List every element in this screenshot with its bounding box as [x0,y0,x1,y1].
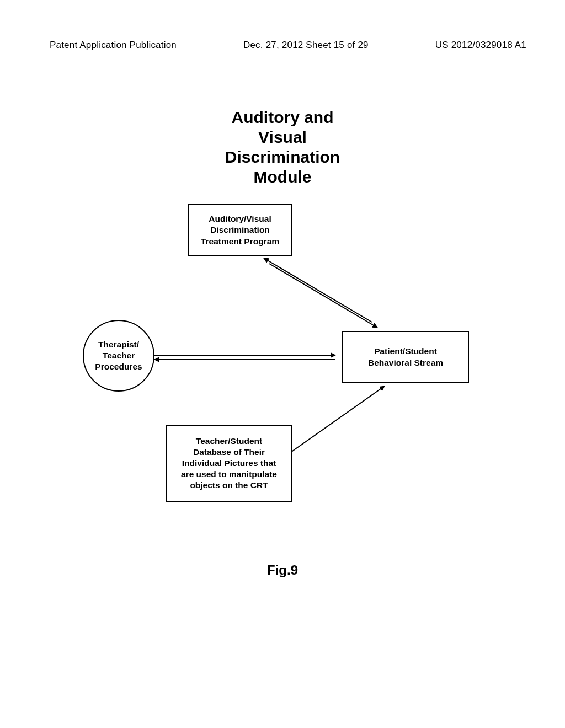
date-sheet-label: Dec. 27, 2012 Sheet 15 of 29 [243,40,369,51]
diagram: Auditory/Visual Discrimination Treatment… [0,204,565,546]
node-database-label: Teacher/Student Database of Their Indivi… [181,436,277,491]
publication-type-label: Patent Application Publication [50,40,177,51]
node-patient-stream: Patient/Student Behavioral Stream [342,331,469,383]
title-line-2: Visual [0,127,565,147]
page-header: Patent Application Publication Dec. 27, … [50,40,526,51]
title-line-3: Discrimination [0,147,565,167]
publication-number: US 2012/0329018 A1 [435,40,526,51]
title-line-4: Module [0,167,565,187]
node-therapist-procedures: Therapist/ Teacher Procedures [83,320,154,392]
diagram-title: Auditory and Visual Discrimination Modul… [0,108,565,187]
node-treatment-program: Auditory/Visual Discrimination Treatment… [188,204,292,256]
node-patient-label: Patient/Student Behavioral Stream [368,346,443,368]
svg-line-1 [264,258,372,322]
node-treatment-label: Auditory/Visual Discrimination Treatment… [201,213,279,247]
figure-label: Fig.9 [0,563,565,578]
svg-line-4 [291,386,385,452]
title-line-1: Auditory and [0,108,565,127]
svg-line-0 [269,264,377,328]
page: Patent Application Publication Dec. 27, … [0,0,565,728]
node-therapist-label: Therapist/ Teacher Procedures [95,339,142,372]
node-database: Teacher/Student Database of Their Indivi… [166,425,292,502]
